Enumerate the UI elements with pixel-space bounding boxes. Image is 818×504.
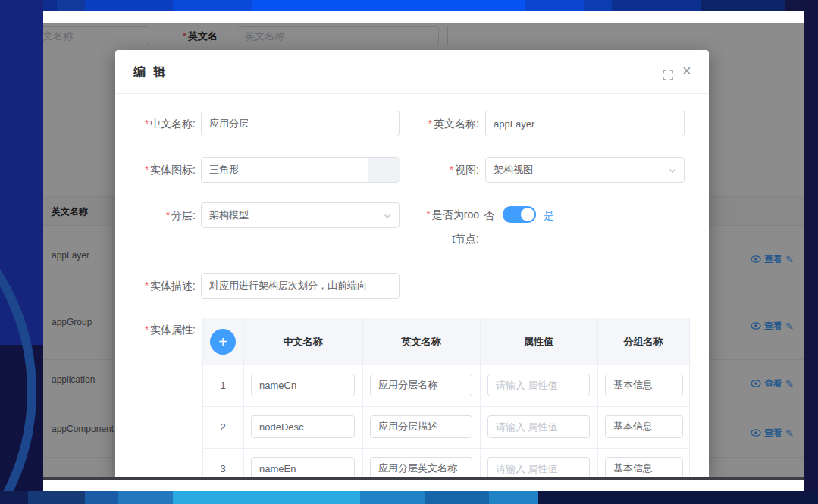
desktop-right-edge — [804, 0, 818, 504]
attr-col-en-name: 英文名称 — [362, 318, 480, 365]
en-name-label: *英文名称: — [399, 111, 479, 136]
add-attribute-button[interactable]: + — [210, 329, 236, 355]
is-root-label-line2: t节点: — [399, 233, 479, 246]
attr-value-input[interactable] — [487, 374, 590, 396]
attr-table-divider — [597, 318, 598, 478]
attr-group-input[interactable] — [605, 415, 683, 438]
desktop-left-edge — [0, 0, 43, 504]
edit-dialog: 编 辑 × *中文名称: *英文名称: *实体图标: — [115, 50, 709, 478]
close-icon[interactable]: × — [682, 63, 691, 78]
en-name-input[interactable] — [485, 111, 685, 136]
window-bottom-strip — [43, 480, 804, 491]
attr-value-input[interactable] — [487, 415, 590, 438]
attr-cn-input[interactable] — [251, 374, 355, 396]
page-content: *英文名 英文名称 appLayer appGroup application … — [43, 23, 804, 478]
is-root-label-line1: *是否为roo — [399, 208, 479, 221]
cn-name-input[interactable] — [201, 111, 400, 136]
attr-cn-input[interactable] — [251, 457, 355, 478]
attr-row-index: 2 — [203, 421, 243, 433]
attr-row-divider — [203, 406, 689, 407]
entity-desc-input[interactable] — [201, 273, 400, 299]
entity-icon-label: *实体图标: — [115, 157, 196, 183]
attr-value-input[interactable] — [487, 457, 590, 478]
chevron-down-icon — [383, 211, 392, 221]
toggle-knob — [521, 208, 534, 221]
attr-group-input[interactable] — [605, 374, 683, 396]
attr-row-index: 1 — [203, 380, 243, 391]
toggle-off-text: 否 — [484, 209, 494, 223]
dialog-title: 编 辑 — [133, 64, 168, 80]
chevron-down-icon — [668, 166, 677, 175]
app-window: *英文名 英文名称 appLayer appGroup application … — [43, 11, 804, 491]
attr-col-value: 属性值 — [480, 318, 597, 365]
attr-cn-input[interactable] — [251, 415, 355, 438]
attribute-table: + 中文名称 英文名称 属性值 分组名称 1 2 — [202, 318, 690, 478]
view-label: *视图: — [399, 157, 479, 183]
layer-select[interactable]: 架构模型 — [201, 202, 400, 228]
attr-en-input[interactable] — [370, 374, 472, 396]
fullscreen-icon[interactable] — [663, 70, 673, 83]
attr-col-group: 分组名称 — [597, 318, 689, 365]
layer-label: *分层: — [115, 202, 196, 228]
attr-en-input[interactable] — [370, 457, 472, 478]
attr-table-divider — [243, 318, 244, 478]
window-top-strip — [43, 11, 804, 23]
attr-row-index: 3 — [203, 463, 243, 474]
attr-row-divider — [203, 448, 689, 449]
root-toggle[interactable] — [503, 206, 536, 223]
icon-picker-addon[interactable] — [368, 158, 400, 182]
entity-attrs-label: *实体属性: — [115, 324, 196, 337]
dialog-header-divider — [115, 93, 709, 94]
entity-desc-label: *实体描述: — [115, 273, 196, 299]
attr-table-divider — [480, 318, 481, 478]
attr-group-input[interactable] — [605, 457, 683, 478]
cn-name-label: *中文名称: — [115, 111, 196, 136]
view-select[interactable]: 架构视图 — [485, 157, 685, 183]
toggle-on-text: 是 — [544, 209, 554, 223]
attr-table-divider — [362, 318, 363, 478]
attr-en-input[interactable] — [370, 415, 472, 438]
attr-col-cn-name: 中文名称 — [243, 318, 362, 365]
